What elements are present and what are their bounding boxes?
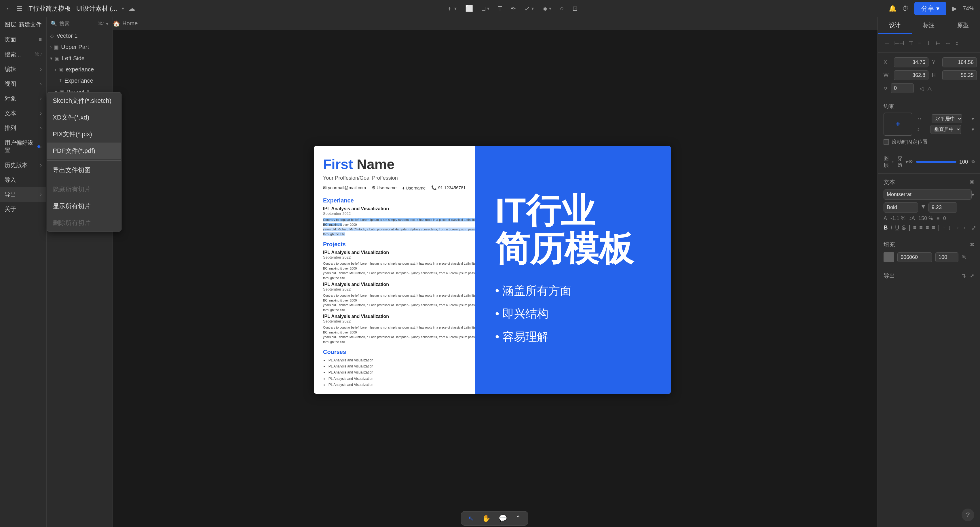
text-align-center-icon[interactable]: ≡ [919,224,923,231]
text-outdent-icon[interactable]: ← [963,224,969,231]
search-menu-item[interactable]: 搜索... ⌘ / [0,47,46,62]
w-input[interactable] [894,70,929,80]
v-constraint-select[interactable]: 垂直居中 [931,125,961,134]
cursor-tool-icon[interactable]: ↖ [468,514,474,522]
object-menu-item[interactable]: 对象 › [0,91,46,106]
fill-hex-input[interactable] [897,252,932,262]
context-show-all-slices[interactable]: 显示所有切片 [47,198,121,215]
preferences-menu-item[interactable]: 用户偏好设置 › [0,135,46,158]
expand-tool-icon[interactable]: ⌃ [515,514,521,522]
text-subscript-icon[interactable]: ↓ [948,224,951,231]
notification-icon[interactable]: 🔔 [889,5,897,13]
context-delete-all-slices[interactable]: 删除所有切片 [47,215,121,231]
font-name-input[interactable]: Montserrat [883,189,972,199]
transform-tool[interactable]: ⤢ ▾ [525,5,534,13]
layer-item-left-side[interactable]: ▾ ▣ Left Side [47,53,113,64]
text-align-left-icon[interactable]: ≡ [913,224,917,231]
align-center-v-icon[interactable]: ≡ [917,38,923,48]
circle-tool[interactable]: ○ [560,5,564,13]
export-icon2[interactable]: ⤢ [970,273,974,279]
resume-container: First Name Your Proffesion/Goal Proffess… [314,146,671,394]
context-pdf[interactable]: PDF文件(*.pdf) [47,143,121,159]
context-sketch[interactable]: Sketch文件(*.sketch) [47,92,121,109]
text-indent-icon[interactable]: → [954,224,960,231]
hand-tool-icon[interactable]: ✋ [482,514,491,522]
menu-icon[interactable]: ☰ [17,5,22,13]
pen-tool[interactable]: ✒ [511,5,516,13]
font-size-input[interactable]: 9.23 [929,202,957,213]
layer-item-vector1[interactable]: ◇ Vector 1 [47,30,113,41]
toolbar-title: IT行业简历模板 - UI设计素材 (... [27,4,117,13]
import-menu-item[interactable]: 导入 [0,172,46,187]
play-button[interactable]: ▶ [952,5,957,13]
help-button[interactable]: ? [962,509,974,521]
align-left-icon[interactable]: ⊣ [883,38,891,48]
add-tool[interactable]: ＋ ▾ [446,4,457,13]
fill-opacity-input[interactable] [935,252,958,262]
shape-tool[interactable]: □ ▾ [482,5,489,13]
context-xd[interactable]: XD文件(*.xd) [47,109,121,126]
node-tool[interactable]: ◈ ▾ [542,5,551,13]
text-align-justify-icon[interactable]: ≡ [932,224,935,231]
align-bottom-icon[interactable]: ⊥ [925,38,932,48]
eye-icon[interactable]: 👁 [908,159,913,165]
layer-item-upper-part[interactable]: › ▣ Upper Part [47,41,113,53]
fill-color-swatch[interactable] [883,252,894,262]
about-menu-item[interactable]: 关于 [0,202,46,217]
view-menu-item[interactable]: 视图 › [0,76,46,91]
edit-menu-item[interactable]: 编辑 › [0,62,46,76]
comment-tool-icon[interactable]: 💬 [499,514,507,522]
text-resize-icon[interactable]: ⤢ [971,224,976,231]
tab-annotate[interactable]: 标注 [912,17,946,34]
distribute-v-icon[interactable]: ↕ [955,38,959,48]
slice-tool[interactable]: ⊡ [572,5,578,13]
history-label: 历史版本 [5,161,28,169]
text-align-right-icon[interactable]: ≡ [926,224,929,231]
flip-v-icon[interactable]: △ [928,85,932,92]
rotation-input[interactable] [891,83,914,93]
title-dropdown-icon[interactable]: ▾ [122,6,124,11]
text-underline-icon[interactable]: U [895,224,899,231]
text-italic-icon[interactable]: I [891,224,892,231]
new-file-label[interactable]: 新建文件 [19,21,42,29]
history-menu-item[interactable]: 历史版本 › [0,158,46,172]
x-input[interactable] [894,57,929,67]
text-strikethrough-icon[interactable]: S̶ [902,224,906,231]
export-menu-item[interactable]: 导出 › [0,187,46,202]
text-menu-item[interactable]: 文本 › [0,106,46,121]
tab-design[interactable]: 设计 [878,17,912,34]
share-button[interactable]: 分享 ▾ [914,2,946,15]
text-superscript-icon[interactable]: ↑ [943,224,945,231]
layer-item-experiance-text[interactable]: T Experiance [47,75,113,86]
font-weight-input[interactable]: Bold [883,202,918,213]
layers-sort-icon[interactable]: ⌘/ [97,21,103,27]
layers-search-placeholder[interactable]: 搜索... [59,20,74,27]
layer-item-experiance[interactable]: › ▣ experiance [47,64,113,75]
h-input[interactable] [942,70,977,80]
scroll-fixed-checkbox[interactable] [883,139,889,145]
cloud-icon[interactable]: ☁ [129,5,135,13]
back-icon[interactable]: ← [6,5,12,13]
text-bold-icon[interactable]: B [883,224,888,231]
arrange-menu-item[interactable]: 排列 › [0,121,46,135]
context-pix[interactable]: PIX文件(*.pix) [47,126,121,143]
context-export-slices[interactable]: 导出文件切图 [47,162,121,178]
flip-h-icon[interactable]: ◁ [920,85,924,92]
distribute-h-icon[interactable]: ↔ [944,38,952,48]
font-dropdown-icon[interactable]: ▾ [972,191,974,198]
context-hide-all-slices[interactable]: 隐藏所有切片 [47,181,121,198]
pages-expand-icon[interactable]: ≡ [38,37,42,43]
y-input[interactable] [942,57,977,67]
align-center-h-icon[interactable]: ⊢⊣ [893,38,905,48]
frame-tool[interactable]: ⬜ [465,5,473,13]
align-top-icon[interactable]: ⊤ [907,38,915,48]
layer-slider[interactable] [916,161,956,163]
tab-prototype[interactable]: 原型 [946,17,980,34]
text-tool[interactable]: T [498,5,502,13]
align-right-icon[interactable]: ⊢ [934,38,942,48]
export-icon1[interactable]: ⇅ [962,273,966,279]
zoom-level[interactable]: 74% [963,5,974,12]
history-icon[interactable]: ⏱ [902,5,908,13]
layers-more-icon[interactable]: ▾ [106,21,108,27]
h-constraint-select[interactable]: 水平居中 [932,114,962,123]
